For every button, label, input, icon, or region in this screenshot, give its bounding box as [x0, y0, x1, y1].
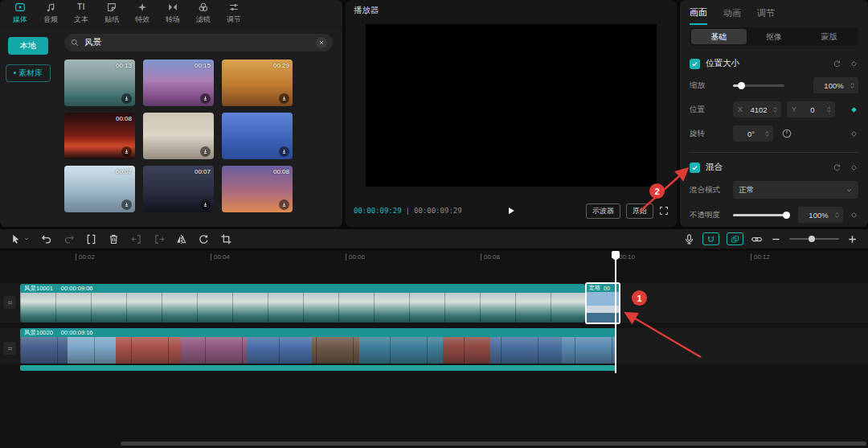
timeline-clip-1[interactable]: 风景10001 00:00:09:06 — [20, 284, 585, 323]
download-button[interactable] — [200, 199, 211, 210]
tab-filter[interactable]: 滤镜 — [188, 2, 219, 25]
timeline[interactable]: 00:02 00:04 00:06 00:08 00:10 00:12 风景10… — [0, 251, 868, 448]
y-label: Y — [792, 105, 796, 113]
tab-adjustment[interactable]: 调节 — [757, 1, 775, 24]
rotate-button[interactable] — [198, 233, 210, 245]
delete-button[interactable] — [108, 233, 120, 245]
undo-button[interactable] — [40, 233, 52, 245]
search-icon — [70, 38, 80, 47]
download-button[interactable] — [279, 199, 289, 210]
timeline-clip-2[interactable]: 风景10020 00:00:09:16 — [20, 328, 616, 364]
position-keyframe-icon[interactable] — [850, 105, 858, 114]
zoom-out-button[interactable] — [770, 233, 782, 245]
media-thumbnail[interactable]: 00:08 — [222, 166, 293, 212]
subtab-basic[interactable]: 基础 — [691, 29, 747, 44]
rotation-keyframe-icon[interactable] — [850, 129, 858, 138]
media-thumbnail[interactable] — [143, 113, 214, 159]
media-thumbnail[interactable]: 00:07 — [64, 166, 135, 212]
tab-picture[interactable]: 画面 — [690, 0, 707, 25]
play-button[interactable] — [506, 206, 516, 216]
media-thumbnail[interactable]: 00:13 — [64, 60, 135, 106]
opacity-row: 不透明度 100% — [690, 207, 858, 223]
opacity-stepper[interactable]: 100% — [798, 207, 843, 223]
subtab-mask[interactable]: 蒙版 — [801, 29, 857, 44]
scope-button[interactable]: 示波器 — [586, 203, 620, 219]
opacity-slider[interactable] — [733, 214, 789, 216]
stepper-arrows-icon[interactable] — [834, 211, 840, 220]
magnet-toggle-button[interactable] — [702, 232, 719, 245]
position-size-checkbox[interactable] — [690, 59, 700, 69]
crop-button[interactable] — [220, 233, 232, 245]
rotation-dial-icon[interactable] — [781, 128, 792, 139]
split-button[interactable] — [85, 233, 97, 245]
snap-toggle-button[interactable] — [727, 232, 743, 245]
subtab-keying[interactable]: 抠像 — [747, 29, 802, 44]
reset-icon[interactable] — [833, 60, 841, 68]
media-sidebar: 本地 素材库 — [0, 27, 56, 227]
tab-effects[interactable]: 特效 — [127, 2, 158, 25]
mirror-button[interactable] — [175, 233, 187, 245]
position-x-stepper[interactable]: X 4102 — [733, 101, 781, 117]
tab-transition[interactable]: 转场 — [158, 2, 188, 25]
fullscreen-icon[interactable] — [659, 206, 669, 216]
download-button[interactable] — [200, 146, 211, 157]
download-button[interactable] — [200, 93, 211, 104]
rotation-stepper[interactable]: 0° — [733, 125, 773, 142]
reset-icon[interactable] — [833, 163, 841, 172]
slider-knob[interactable] — [783, 212, 790, 219]
zoom-slider-knob[interactable] — [809, 236, 815, 242]
tab-adjust[interactable]: 调节 — [219, 2, 249, 25]
media-thumbnail[interactable]: 00:15 — [143, 60, 214, 106]
download-icon — [202, 148, 209, 155]
slider-knob[interactable] — [738, 82, 745, 89]
ruler-tick: 00:08 — [481, 253, 500, 261]
crop-right-button[interactable] — [153, 233, 165, 245]
blend-checkbox[interactable] — [690, 162, 700, 173]
stepper-arrows-icon[interactable] — [764, 129, 770, 138]
ruler-tick: 00:06 — [346, 253, 365, 261]
tab-animation[interactable]: 动画 — [723, 1, 741, 24]
keyframe-icon[interactable] — [850, 60, 858, 68]
clip-2-audio-strip[interactable] — [20, 365, 616, 371]
redo-button[interactable] — [63, 233, 75, 245]
stepper-arrows-icon[interactable] — [826, 105, 832, 114]
media-thumbnail[interactable]: 00:08 — [64, 113, 135, 159]
download-button[interactable] — [279, 146, 289, 157]
original-quality-button[interactable]: 原始 — [626, 203, 653, 219]
download-button[interactable] — [279, 93, 289, 104]
stepper-arrows-icon[interactable] — [772, 105, 778, 114]
video-preview[interactable] — [366, 24, 657, 187]
zoom-slider[interactable] — [789, 238, 839, 240]
download-button[interactable] — [121, 199, 132, 210]
track-1-toggle[interactable] — [3, 296, 16, 309]
tab-text[interactable]: TI 文本 — [66, 2, 96, 25]
media-thumbnail[interactable] — [222, 113, 293, 159]
tab-sticker[interactable]: 贴纸 — [96, 2, 127, 25]
sidebar-item-library[interactable]: 素材库 — [6, 64, 51, 82]
zoom-in-button[interactable] — [846, 233, 858, 245]
track-2-toggle[interactable] — [3, 342, 16, 355]
blend-mode-dropdown[interactable]: 正常 — [733, 181, 858, 199]
position-y-stepper[interactable]: Y 0 — [787, 101, 835, 117]
search-input[interactable] — [84, 38, 311, 47]
stepper-arrows-icon[interactable] — [850, 81, 855, 90]
playhead[interactable] — [615, 251, 616, 373]
tab-audio[interactable]: 音频 — [35, 2, 66, 25]
select-tool-button[interactable] — [10, 233, 30, 245]
tab-media[interactable]: 媒体 — [5, 2, 35, 25]
scale-stepper[interactable]: 100% — [813, 77, 858, 93]
scale-slider[interactable] — [733, 84, 784, 87]
download-button[interactable] — [121, 146, 132, 157]
horizontal-scrollbar[interactable] — [121, 442, 866, 446]
download-button[interactable] — [121, 93, 132, 104]
linkage-button[interactable] — [751, 233, 763, 245]
opacity-keyframe-icon[interactable] — [850, 211, 858, 220]
microphone-button[interactable] — [683, 233, 695, 245]
sidebar-item-local[interactable]: 本地 — [8, 37, 48, 55]
ruler-tick: 00:02 — [76, 253, 95, 261]
keyframe-icon[interactable] — [850, 163, 858, 172]
search-clear-button[interactable] — [316, 37, 327, 48]
media-thumbnail[interactable]: 00:29 — [222, 60, 293, 106]
crop-left-button[interactable] — [130, 233, 142, 245]
media-thumbnail[interactable]: 00:07 — [143, 166, 214, 212]
